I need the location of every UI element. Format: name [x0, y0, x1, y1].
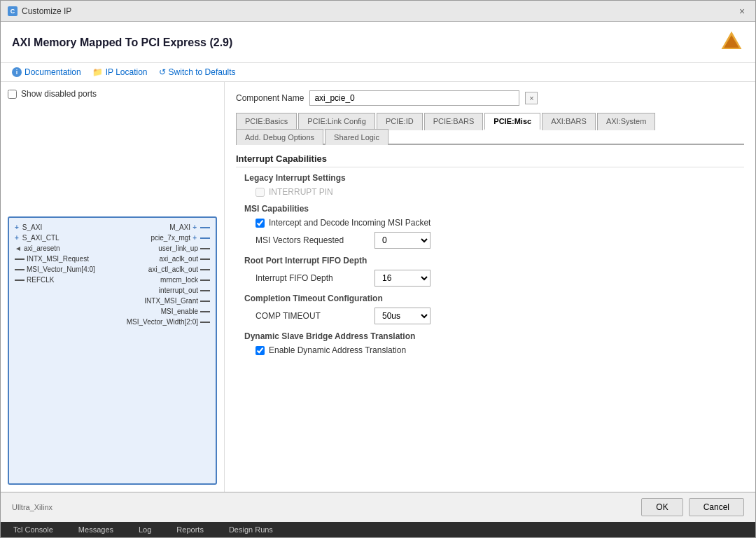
- comp-timeout-select[interactable]: 50us 100us 200us 500us: [374, 308, 430, 324]
- completion-timeout-subsection: Completion Timeout Configuration COMP TI…: [244, 294, 744, 324]
- switch-to-defaults-button[interactable]: ↺ Switch to Defaults: [159, 67, 236, 77]
- comp-timeout-row: COMP TIMEOUT 50us 100us 200us 500us: [255, 308, 744, 324]
- status-tab-log[interactable]: Log: [133, 524, 157, 535]
- line-icon: [15, 280, 24, 281]
- ip-location-button[interactable]: 📁 IP Location: [92, 67, 148, 77]
- ext-line: [200, 237, 210, 239]
- line-icon: [200, 280, 210, 281]
- line-icon: [200, 258, 210, 260]
- app-icon: C: [8, 6, 18, 16]
- port-msi-vector-num: MSI_Vector_Num[4:0]: [15, 265, 95, 273]
- tab-debug-options[interactable]: Add. Debug Options: [236, 129, 323, 145]
- msi-vectors-select[interactable]: 0 1 2 4 8 16 32: [374, 232, 430, 249]
- tab-axi-system[interactable]: AXI:System: [597, 113, 655, 130]
- tab-pcie-bars[interactable]: PCIE:BARS: [424, 113, 484, 130]
- status-tab-reports[interactable]: Reports: [171, 524, 209, 535]
- diagram-ports: + S_AXI + S_AXI_CTL ◄ axi_aresetn: [15, 223, 210, 326]
- msi-vectors-row: MSI Vectors Requested 0 1 2 4 8 16 32: [255, 232, 744, 249]
- root-port-fifo-title: Root Port Interrupt FIFO Depth: [244, 256, 744, 265]
- main-content: Show disabled ports + S_AXI + S_AXI_CTL: [1, 82, 755, 492]
- title-bar: C Customize IP ×: [1, 1, 755, 22]
- status-tab-tcl-console[interactable]: Tcl Console: [8, 524, 59, 535]
- ext-line: [200, 227, 210, 228]
- left-panel: Show disabled ports + S_AXI + S_AXI_CTL: [1, 82, 225, 492]
- status-tab-design-runs[interactable]: Design Runs: [223, 524, 279, 535]
- title-bar-left: C Customize IP: [8, 6, 71, 16]
- bottom-buttons: OK Cancel: [641, 498, 744, 516]
- plus-icon: +: [192, 223, 197, 231]
- interrupt-pin-row: INTERRUPT PIN: [255, 187, 744, 197]
- fifo-depth-row: Interrupt FIFO Depth 8 16 32 64: [255, 270, 744, 287]
- msi-vectors-label: MSI Vectors Requested: [255, 235, 368, 245]
- port-interrupt-out: interrupt_out: [127, 287, 210, 294]
- title-bar-text: Customize IP: [22, 6, 71, 16]
- window-title: AXI Memory Mapped To PCI Express (2.9): [12, 36, 232, 49]
- msi-capabilities-title: MSI Capabilities: [244, 204, 744, 214]
- enable-dynamic-address-checkbox[interactable]: [255, 346, 265, 355]
- arrow-icon: ◄: [15, 244, 22, 252]
- interrupt-capabilities-title: Interrupt Capabilities: [236, 153, 744, 167]
- bottom-bar: Ulltra_Xilinx OK Cancel: [1, 492, 755, 522]
- port-axi-aresetn: ◄ axi_aresetn: [15, 244, 95, 252]
- port-right: M_AXI + pcie_7x_mgt + user_link_up: [127, 223, 210, 326]
- component-name-input[interactable]: [309, 90, 519, 106]
- plus-icon: +: [15, 223, 19, 231]
- documentation-button[interactable]: i Documentation: [12, 67, 81, 77]
- interrupt-pin-label: INTERRUPT PIN: [269, 187, 333, 197]
- tab-pcie-misc[interactable]: PCIE:Misc: [484, 113, 540, 130]
- info-icon: i: [12, 67, 22, 77]
- close-button[interactable]: ×: [736, 5, 748, 18]
- tab-pcie-id[interactable]: PCIE:ID: [377, 113, 423, 130]
- comp-timeout-label: COMP TIMEOUT: [255, 311, 368, 321]
- line-icon: [200, 248, 210, 249]
- refresh-icon: ↺: [159, 67, 166, 77]
- root-port-fifo-subsection: Root Port Interrupt FIFO Depth Interrupt…: [244, 256, 744, 287]
- interrupt-pin-checkbox[interactable]: [255, 188, 265, 197]
- tab-axi-bars[interactable]: AXI:BARS: [542, 113, 596, 130]
- port-s-axi-ctl: + S_AXI_CTL: [15, 234, 95, 242]
- tab-pcie-link-config[interactable]: PCIE:Link Config: [298, 113, 375, 130]
- port-intx-msi-grant: INTX_MSI_Grant: [127, 297, 210, 305]
- dynamic-slave-bridge-title: Dynamic Slave Bridge Address Translation: [244, 331, 744, 341]
- msi-capabilities-subsection: MSI Capabilities Intercept and Decode In…: [244, 204, 744, 249]
- xilinx-logo: [719, 30, 744, 55]
- cancel-button[interactable]: Cancel: [689, 498, 744, 516]
- interrupt-capabilities-section: Interrupt Capabilities Legacy Interrupt …: [236, 153, 744, 355]
- show-disabled-checkbox[interactable]: [8, 90, 17, 99]
- plus-icon: +: [192, 234, 197, 242]
- status-bar: Tcl Console Messages Log Reports Design …: [1, 522, 755, 537]
- fifo-depth-select[interactable]: 8 16 32 64: [374, 270, 430, 287]
- toolbar: i Documentation 📁 IP Location ↺ Switch t…: [1, 63, 755, 82]
- intercept-msi-checkbox[interactable]: [255, 219, 265, 228]
- show-disabled-row: Show disabled ports: [8, 89, 217, 99]
- dynamic-slave-bridge-subsection: Dynamic Slave Bridge Address Translation…: [244, 331, 744, 355]
- content-area: Interrupt Capabilities Legacy Interrupt …: [236, 153, 744, 483]
- status-tab-messages[interactable]: Messages: [73, 524, 119, 535]
- enable-dynamic-address-row: Enable Dynamic Address Translation: [255, 345, 744, 355]
- line-icon: [15, 258, 24, 260]
- port-msi-vector-width: MSI_Vector_Width[2:0]: [127, 318, 210, 326]
- plus-icon: +: [15, 234, 19, 242]
- port-user-link-up: user_link_up: [127, 244, 210, 252]
- tab-pcie-basics[interactable]: PCIE:Basics: [236, 113, 297, 130]
- line-icon: [200, 311, 210, 312]
- completion-timeout-title: Completion Timeout Configuration: [244, 294, 744, 303]
- port-axi-aclk-out: axi_aclk_out: [127, 255, 210, 263]
- legacy-interrupt-title: Legacy Interrupt Settings: [244, 173, 744, 183]
- clear-component-name-button[interactable]: ×: [525, 92, 538, 104]
- port-msi-enable: MSI_enable: [127, 308, 210, 315]
- ok-button[interactable]: OK: [641, 498, 682, 516]
- tab-shared-logic[interactable]: Shared Logic: [325, 129, 388, 145]
- port-left: + S_AXI + S_AXI_CTL ◄ axi_aresetn: [15, 223, 95, 326]
- window-header: AXI Memory Mapped To PCI Express (2.9): [1, 22, 755, 63]
- line-icon: [200, 269, 210, 270]
- port-intx-msi-request: INTX_MSI_Request: [15, 255, 95, 263]
- show-disabled-label: Show disabled ports: [21, 89, 97, 99]
- component-name-row: Component Name ×: [236, 90, 744, 106]
- enable-dynamic-address-label: Enable Dynamic Address Translation: [269, 345, 406, 355]
- line-icon: [15, 269, 24, 270]
- component-diagram: + S_AXI + S_AXI_CTL ◄ axi_aresetn: [8, 216, 217, 485]
- port-mrncm-lock: mrncm_lock: [127, 276, 210, 284]
- right-panel: Component Name × PCIE:Basics PCIE:Link C…: [225, 82, 755, 492]
- port-s-axi: + S_AXI: [15, 223, 95, 231]
